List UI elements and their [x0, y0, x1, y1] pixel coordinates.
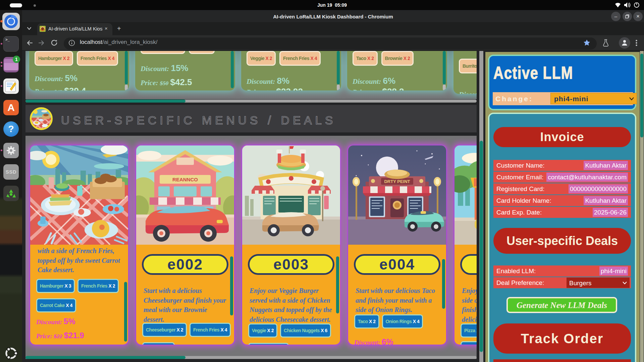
svg-text:DRTY PElNT: DRTY PElNT	[384, 179, 410, 184]
svg-text:REANNCO: REANNCO	[172, 177, 198, 182]
